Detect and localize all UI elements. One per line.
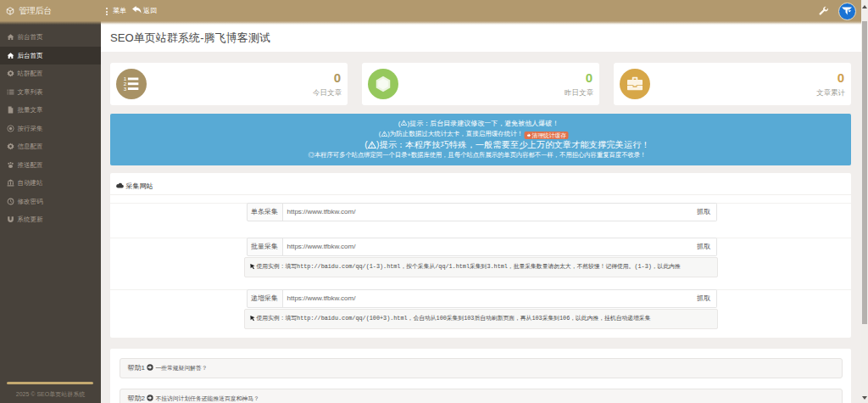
svg-text:3: 3 (124, 86, 127, 92)
